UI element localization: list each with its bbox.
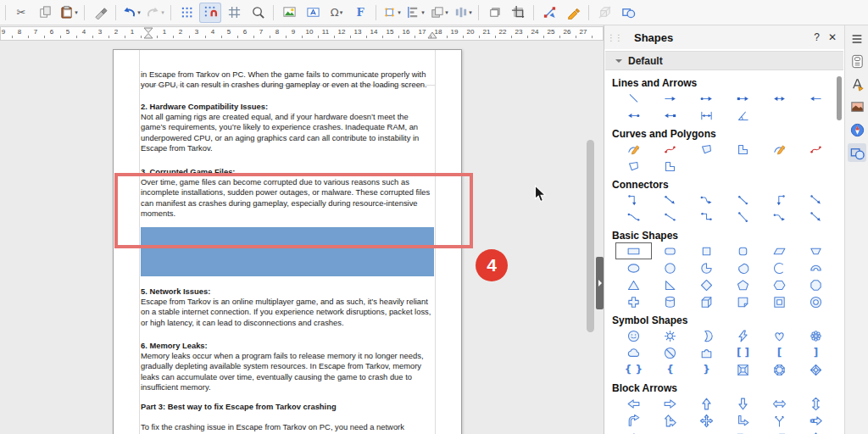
shape-connector-straight-dots[interactable] <box>725 192 761 209</box>
shape-connector-curve-arrow[interactable] <box>688 192 725 209</box>
shape-parallelogram[interactable] <box>761 242 798 259</box>
shape-line-arrow-left[interactable] <box>798 90 834 107</box>
shape-up-right-down-arrow[interactable] <box>652 412 688 429</box>
shape-connector-diagonal-arrow[interactable] <box>798 209 834 225</box>
shadow-button[interactable] <box>483 3 505 23</box>
shape-trapezoid[interactable] <box>798 242 834 259</box>
shape-double-brace[interactable]: { } <box>615 361 652 378</box>
shape-freeform-line-filled[interactable] <box>652 141 688 158</box>
paste-dropdown-icon[interactable]: ▾ <box>75 9 78 16</box>
shape-circle-pie[interactable] <box>688 259 725 276</box>
sidebar-close-button[interactable]: ✕ <box>828 31 837 43</box>
shape-prohibited[interactable] <box>652 344 688 361</box>
basic-shapes-button[interactable] <box>617 3 639 23</box>
shape-frame[interactable] <box>761 293 798 310</box>
insert-text-box-button[interactable] <box>302 3 324 23</box>
vertical-scrollbar[interactable] <box>587 140 594 332</box>
shape-hexagon[interactable] <box>761 276 798 293</box>
shape-right-brace[interactable]: } <box>688 361 725 378</box>
shape-right-bracket[interactable]: ] <box>798 344 834 361</box>
shape-connector-s-curve[interactable] <box>615 209 652 225</box>
shape-flower[interactable] <box>798 327 834 344</box>
sidebar-drag-handle-icon[interactable]: ⋮⋮ <box>607 33 622 42</box>
shape-connector-s-arrow[interactable] <box>761 209 798 225</box>
shape-square[interactable] <box>688 242 725 259</box>
sidebar-tab-properties[interactable] <box>848 52 866 70</box>
cut-button[interactable]: ✂ <box>10 3 32 23</box>
shape-block-arc[interactable] <box>798 259 834 276</box>
sidebar-menu-icon[interactable] <box>850 32 864 46</box>
shape-notched-right-arrow[interactable] <box>615 429 652 434</box>
shape-right-arrow[interactable] <box>652 395 688 412</box>
sidebar-tab-styles[interactable] <box>848 75 866 93</box>
shape-diamond-bevel[interactable] <box>798 361 834 378</box>
clone-formatting-button[interactable] <box>89 3 111 23</box>
special-character-dropdown-icon[interactable]: ▾ <box>340 9 343 16</box>
shape-line-arrow-square-end[interactable] <box>652 107 688 124</box>
shape-circle[interactable] <box>652 259 688 276</box>
shape-cylinder[interactable] <box>652 293 688 310</box>
shape-connector-elbow-arrow[interactable] <box>615 192 652 209</box>
shape-rounded-square[interactable] <box>725 242 761 259</box>
shape-split-arrow[interactable] <box>761 412 798 429</box>
shape-dimension-line[interactable] <box>688 107 725 124</box>
paste-button[interactable]: ▾ <box>58 3 80 23</box>
shape-octagon-bevel[interactable] <box>761 361 798 378</box>
shape-striped-right-arrow[interactable] <box>798 412 834 429</box>
shape-ring[interactable] <box>798 293 834 310</box>
first-line-indent-marker[interactable] <box>143 27 153 39</box>
distribute-button[interactable]: ▾ <box>452 3 474 23</box>
sidebar-tab-navigator[interactable] <box>848 120 866 139</box>
shape-polygon[interactable] <box>615 158 652 175</box>
shape-smiley-face[interactable] <box>615 327 652 344</box>
shape-isosceles-triangle[interactable] <box>615 276 652 293</box>
shape-left-arrow[interactable] <box>615 395 652 412</box>
shape-folded-corner[interactable] <box>725 293 761 310</box>
shape-up-right-arrow[interactable] <box>615 412 652 429</box>
display-grid-button[interactable] <box>175 3 198 23</box>
shape-connector-elbow-dots[interactable] <box>688 209 725 225</box>
shape-lightning-bolt[interactable] <box>725 327 761 344</box>
shape-regular-pentagon[interactable] <box>725 276 761 293</box>
shape-cloud[interactable] <box>615 344 652 361</box>
shape-curve[interactable] <box>761 141 798 158</box>
shape-up-arrow[interactable] <box>688 395 725 412</box>
arrange-dropdown-icon[interactable]: ▾ <box>445 9 448 16</box>
zoom-button[interactable] <box>247 3 269 23</box>
redo-button[interactable]: ▾ <box>144 3 166 23</box>
shape-left-bracket[interactable]: [ <box>761 344 798 361</box>
shape-polygon-filled[interactable] <box>688 141 725 158</box>
shape-puzzle[interactable] <box>688 344 725 361</box>
copy-button[interactable] <box>34 3 56 23</box>
shape-polygon-45-filled[interactable] <box>725 141 761 158</box>
undo-dropdown-icon[interactable]: ▾ <box>137 9 141 16</box>
shape-connector-straight-arrow[interactable] <box>652 192 688 209</box>
shape-down-arrow[interactable] <box>725 395 761 412</box>
shape-rounded-rectangle[interactable] <box>652 242 688 259</box>
snap-to-grid-button[interactable] <box>199 3 221 23</box>
shape-up-down-arrow[interactable] <box>798 395 834 412</box>
shape-chevron[interactable] <box>688 429 725 434</box>
shape-left-arrow-callout[interactable] <box>761 429 798 434</box>
shape-connector-elbow-arrow-start[interactable] <box>761 192 798 209</box>
shape-curve-filled[interactable] <box>615 141 652 158</box>
redact-marker-button[interactable] <box>562 3 584 23</box>
fontwork-button[interactable]: F <box>349 3 371 23</box>
shape-cross[interactable] <box>615 293 652 310</box>
shape-four-way-arrow[interactable] <box>688 412 725 429</box>
shape-square-bevel[interactable] <box>725 361 761 378</box>
shape-measure-angle[interactable] <box>725 107 761 124</box>
shape-heart[interactable] <box>761 327 798 344</box>
undo-button[interactable]: ▾ <box>120 3 142 23</box>
shape-octagon[interactable] <box>798 276 834 293</box>
crop-image-button[interactable] <box>507 3 529 23</box>
distribute-dropdown-icon[interactable]: ▾ <box>469 9 472 16</box>
sidebar-help-button[interactable]: ? <box>814 31 820 43</box>
shape-diamond[interactable] <box>688 276 725 293</box>
shape-line-square-arrow[interactable] <box>725 90 761 107</box>
helplines-while-moving-button[interactable] <box>223 3 245 23</box>
sidebar-tab-shapes[interactable] <box>848 143 866 162</box>
3d-objects-button[interactable] <box>593 3 615 23</box>
shape-connector-straight[interactable] <box>652 209 688 225</box>
shape-arc[interactable] <box>761 259 798 276</box>
